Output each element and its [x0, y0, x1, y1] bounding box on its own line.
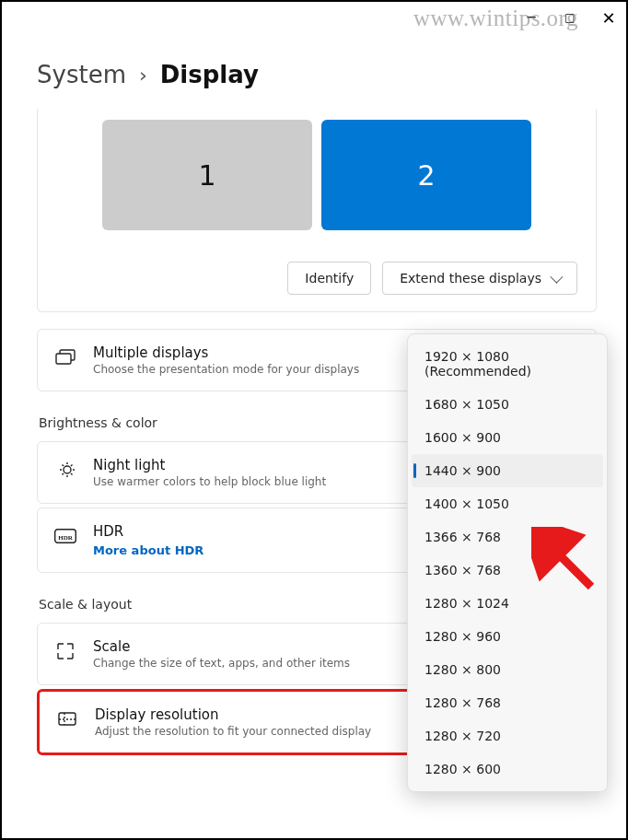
breadcrumb: System › Display	[37, 61, 597, 88]
identify-label: Identify	[305, 271, 354, 286]
identify-button[interactable]: Identify	[287, 262, 371, 295]
svg-rect-1	[56, 354, 71, 364]
svg-point-2	[64, 466, 71, 473]
svg-text:HDR: HDR	[58, 534, 74, 542]
scale-icon	[54, 640, 76, 662]
resolution-dropdown-menu[interactable]: 1920 × 1080 (Recommended)1680 × 10501600…	[407, 333, 608, 792]
display-arrangement-panel: 1 2 Identify Extend these displays	[37, 109, 597, 312]
chevron-right-icon: ›	[139, 64, 147, 87]
maximize-button[interactable]: □	[560, 7, 580, 28]
display-mode-dropdown[interactable]: Extend these displays	[382, 262, 577, 295]
hdr-icon: HDR	[54, 525, 76, 547]
svg-line-9	[63, 473, 64, 475]
resolution-option[interactable]: 1280 × 800	[412, 653, 603, 686]
resolution-option[interactable]: 1440 × 900	[412, 454, 603, 487]
resolution-option[interactable]: 1600 × 900	[412, 421, 603, 454]
resolution-icon	[56, 708, 78, 730]
page-title: Display	[160, 61, 259, 88]
resolution-option[interactable]: 1920 × 1080 (Recommended)	[412, 340, 603, 388]
resolution-option[interactable]: 1280 × 960	[412, 620, 603, 653]
minimize-button[interactable]: ─	[521, 7, 541, 28]
display-mode-label: Extend these displays	[400, 271, 541, 286]
resolution-option[interactable]: 1366 × 768	[412, 520, 603, 554]
monitor-arrangement[interactable]: 1 2	[56, 120, 577, 230]
night-light-icon	[54, 459, 76, 481]
resolution-option[interactable]: 1400 × 1050	[412, 487, 603, 520]
resolution-option[interactable]: 1280 × 600	[412, 752, 603, 786]
resolution-option[interactable]: 1680 × 1050	[412, 388, 603, 421]
close-button[interactable]: ✕	[599, 7, 619, 28]
monitor-1[interactable]: 1	[102, 120, 312, 230]
breadcrumb-parent[interactable]: System	[37, 61, 126, 88]
chevron-down-icon	[550, 271, 563, 284]
svg-line-8	[71, 473, 73, 475]
resolution-option[interactable]: 1280 × 720	[412, 719, 603, 752]
resolution-option[interactable]: 1280 × 1024	[412, 587, 603, 620]
window-controls: ─ □ ✕	[521, 7, 619, 28]
svg-line-7	[63, 465, 64, 467]
monitor-2[interactable]: 2	[321, 120, 531, 230]
svg-line-10	[71, 465, 73, 467]
displays-icon	[54, 346, 76, 368]
resolution-option[interactable]: 1280 × 768	[412, 686, 603, 719]
resolution-option[interactable]: 1360 × 768	[412, 554, 603, 587]
